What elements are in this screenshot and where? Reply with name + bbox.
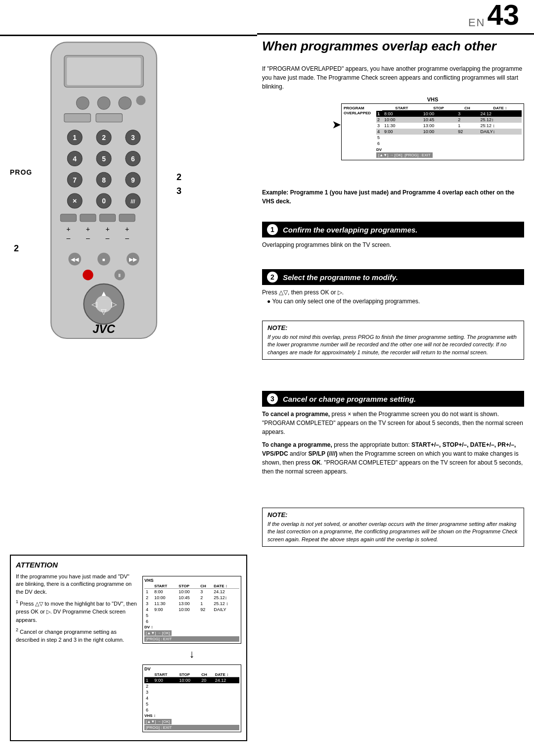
remote-control: 1 2 3 4 5 6 7 8 9 × 0 /// + + + + – – <box>10 40 247 386</box>
svg-text:–: – <box>125 234 129 242</box>
svg-text:+: + <box>125 225 129 233</box>
svg-rect-2 <box>67 57 141 85</box>
svg-text:–: – <box>106 234 110 242</box>
step1-number: 1 <box>267 224 278 235</box>
prog-overlap-label: PROGRAM OVERLAPPED <box>344 106 373 115</box>
svg-text:2: 2 <box>102 134 106 142</box>
nav-sm: [▲▼] → [OK] <box>144 630 172 636</box>
step2-number: 2 <box>267 272 278 283</box>
table-row: 4 <box>144 695 239 701</box>
page-title: When programmes overlap each other <box>262 39 524 54</box>
arrow-right-icon: ➤ <box>332 119 341 131</box>
step3-title: Cancel or change programme setting. <box>283 395 416 403</box>
svg-text:–: – <box>67 234 71 242</box>
nav-sm4: [PROG] : EXIT <box>144 725 239 730</box>
table-row: 3 11:30 13:00 1 25:12 ↕ <box>376 123 522 129</box>
svg-text:4: 4 <box>73 155 77 163</box>
svg-text:▲: ▲ <box>100 289 108 297</box>
down-arrow-icon: ↓ <box>142 648 241 661</box>
svg-text:+: + <box>105 225 109 233</box>
svg-text:6: 6 <box>131 155 135 163</box>
svg-rect-35 <box>99 214 115 222</box>
label-3-right: 3 <box>177 186 181 196</box>
svg-text:///: /// <box>131 198 135 204</box>
label-2-right: 2 <box>177 172 181 183</box>
nav-sm3: [▲▼] → [OK] <box>144 719 172 724</box>
svg-point-6 <box>136 95 145 105</box>
svg-text:◁: ◁ <box>91 300 97 308</box>
table-row: 2 <box>144 683 239 689</box>
table-row: 311:3013:00125.12 ↕ <box>144 601 239 607</box>
table-row: 6 <box>144 618 239 624</box>
step2-section: 2 Select the programme to modify. Press … <box>262 269 524 309</box>
table-row: 18:0010:00324.12 <box>144 589 239 595</box>
prog-label: PROG <box>10 168 32 176</box>
svg-text:1: 1 <box>73 134 77 142</box>
svg-text:×: × <box>73 196 77 205</box>
step1-body: Overlapping programmes blink on the TV s… <box>262 240 524 249</box>
svg-point-4 <box>97 96 110 109</box>
vhs-screen-top: VHS PROGRAM OVERLAPPED START STOP CH DAT… <box>341 96 524 160</box>
table-row: 19:0010:002024.12 <box>144 677 239 684</box>
svg-point-3 <box>76 96 89 109</box>
svg-text:9: 9 <box>131 176 135 184</box>
label-2-left: 2 <box>14 243 19 254</box>
svg-text:–: – <box>86 234 90 242</box>
attention-box: ATTENTION If the programme you have just… <box>10 555 247 741</box>
step1-section: 1 Confirm the overlapping programmes. Ov… <box>262 222 524 252</box>
svg-point-51 <box>83 270 93 280</box>
note2-text: If the overlap is not yet solved, or ano… <box>267 520 519 543</box>
table-row: 6 <box>144 707 239 713</box>
table-row: 4 9:00 10:00 92 DAILY↕ <box>376 129 522 135</box>
svg-text:5: 5 <box>102 155 106 163</box>
svg-text:0: 0 <box>102 197 106 205</box>
attention-steps: 1 Press △▽ to move the highlight bar to … <box>16 599 137 644</box>
table-row: 5 <box>376 135 522 141</box>
step3-section: 3 Cancel or change programme setting. To… <box>262 391 524 479</box>
remote-svg: 1 2 3 4 5 6 7 8 9 × 0 /// + + + + – – <box>30 40 178 346</box>
svg-text:⏸: ⏸ <box>117 273 122 278</box>
table-row: 49:0010:0092DAILY <box>144 607 239 613</box>
svg-rect-33 <box>60 214 76 222</box>
step1-title: Confirm the overlapping programmes. <box>283 226 418 234</box>
vhs-label: VHS <box>341 96 524 102</box>
svg-text:7: 7 <box>73 176 77 184</box>
note1-title: NOTE: <box>267 324 519 331</box>
page-number: 43 <box>487 0 519 29</box>
note2-title: NOTE: <box>267 511 519 519</box>
table-row: 6 <box>376 141 522 146</box>
svg-rect-34 <box>80 214 96 222</box>
step3-header: 3 Cancel or change programme setting. <box>262 391 524 407</box>
note1-box: NOTE: If you do not mind this overlap, p… <box>262 318 524 360</box>
vhs-screen-box: PROGRAM OVERLAPPED START STOP CH DATE ↕ … <box>341 103 524 160</box>
note1-text: If you do not mind this overlap, press P… <box>267 333 519 356</box>
attention-screens: VHS STARTSTOPCHDATE ↕ 18:0010:00324.12 2… <box>142 573 241 735</box>
svg-text:■: ■ <box>102 257 105 262</box>
step2-title: Select the programme to modify. <box>283 273 398 282</box>
table-row: 5 <box>144 613 239 618</box>
svg-text:▽: ▽ <box>101 307 107 316</box>
intro-text: If "PROGRAM OVERLAPPED" appears, you hav… <box>262 64 524 91</box>
svg-rect-36 <box>119 214 135 222</box>
vhs-table: START STOP CH DATE ↕ 1 8:00 10:00 3 24:1… <box>376 106 522 146</box>
svg-text:8: 8 <box>102 176 106 184</box>
svg-point-5 <box>119 96 132 109</box>
svg-text:+: + <box>66 225 70 233</box>
en-label: EN <box>468 16 486 29</box>
note2-box: NOTE: If the overlap is not yet solved, … <box>262 505 524 547</box>
table-row: 2 10:00 10:45 2 25.12↕ <box>376 117 522 123</box>
attention-body: If the programme you have just made and … <box>16 573 137 596</box>
dv-label: DV <box>376 147 522 152</box>
svg-text:JVC: JVC <box>92 323 116 335</box>
svg-text:◀◀: ◀◀ <box>71 256 79 262</box>
svg-text:▷: ▷ <box>111 300 117 308</box>
svg-rect-8 <box>96 114 122 122</box>
step3-number: 3 <box>267 393 278 404</box>
step1-header: 1 Confirm the overlapping programmes. <box>262 222 524 237</box>
step2-header: 2 Select the programme to modify. <box>262 269 524 285</box>
left-divider <box>0 35 257 36</box>
attention-title: ATTENTION <box>16 561 241 569</box>
nav-sm2: [PROG] : EXIT <box>144 636 239 642</box>
svg-text:▶▶: ▶▶ <box>129 256 137 262</box>
step3-body: To cancel a programme, press × when the … <box>262 410 524 476</box>
